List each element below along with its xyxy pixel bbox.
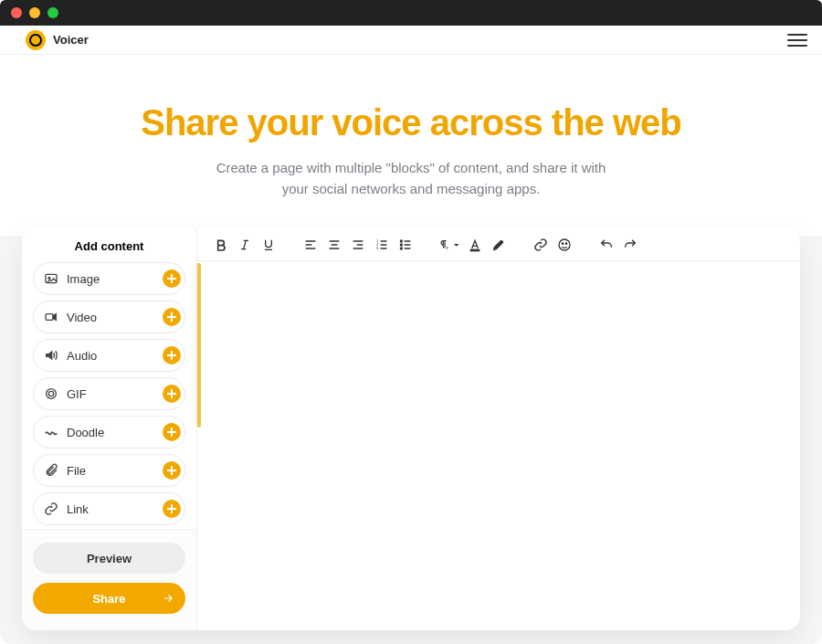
svg-point-9 xyxy=(400,240,402,242)
content-item-image[interactable]: Image xyxy=(33,262,185,295)
align-left-button[interactable] xyxy=(300,234,321,256)
add-icon[interactable] xyxy=(163,385,181,403)
editor-area: 123 xyxy=(197,228,800,630)
editor-card: Add content ImageVideoAudioGIFDoodleFile… xyxy=(22,228,800,630)
paragraph-direction-button[interactable] xyxy=(437,234,462,256)
svg-rect-12 xyxy=(470,249,479,250)
gif-icon xyxy=(43,385,59,402)
content-item-file[interactable]: File xyxy=(33,454,185,487)
content-item-label: Audio xyxy=(67,349,155,363)
content-item-label: GIF xyxy=(67,387,155,401)
window-minimize-button[interactable] xyxy=(29,7,40,18)
app-header: Voicer xyxy=(0,26,822,55)
doodle-icon xyxy=(43,424,59,440)
hero-section: Share your voice across the web Create a… xyxy=(0,55,822,236)
share-button-label: Share xyxy=(92,592,125,606)
video-icon xyxy=(43,309,59,325)
svg-point-15 xyxy=(565,243,566,244)
bold-button[interactable] xyxy=(210,234,232,256)
editor-accent-indicator xyxy=(197,263,201,428)
window-titlebar xyxy=(0,0,822,26)
brand-name: Voicer xyxy=(53,33,89,47)
text-color-button[interactable] xyxy=(464,234,486,256)
emoji-button[interactable] xyxy=(553,234,575,256)
share-button[interactable]: Share xyxy=(33,583,185,614)
highlight-button[interactable] xyxy=(488,234,510,256)
svg-text:3: 3 xyxy=(376,246,379,250)
window-close-button[interactable] xyxy=(11,7,22,18)
add-icon[interactable] xyxy=(163,500,181,518)
content-item-gif[interactable]: GIF xyxy=(33,377,185,410)
italic-button[interactable] xyxy=(234,234,256,256)
underline-button[interactable] xyxy=(258,234,279,256)
content-item-label: Video xyxy=(67,311,155,324)
numbered-list-button[interactable]: 123 xyxy=(371,234,393,256)
svg-rect-2 xyxy=(46,314,53,321)
window-maximize-button[interactable] xyxy=(47,7,58,18)
add-icon[interactable] xyxy=(163,308,181,326)
hero-title: Share your voice across the web xyxy=(0,102,822,143)
image-icon xyxy=(43,270,59,287)
audio-icon xyxy=(43,347,59,364)
content-item-video[interactable]: Video xyxy=(33,301,185,333)
content-item-link[interactable]: Link xyxy=(33,492,185,525)
format-toolbar: 123 xyxy=(197,228,800,261)
preview-button[interactable]: Preview xyxy=(33,543,185,574)
content-item-doodle[interactable]: Doodle xyxy=(33,416,185,449)
svg-point-10 xyxy=(400,244,402,246)
brand-logo[interactable]: Voicer xyxy=(26,30,89,50)
undo-button[interactable] xyxy=(595,234,617,256)
content-item-label: Doodle xyxy=(67,426,155,439)
file-icon xyxy=(43,462,59,479)
svg-point-13 xyxy=(559,239,570,250)
svg-point-1 xyxy=(48,277,50,279)
sidebar-actions: Preview Share xyxy=(22,529,196,630)
sidebar: Add content ImageVideoAudioGIFDoodleFile… xyxy=(22,228,197,630)
align-right-button[interactable] xyxy=(347,234,369,256)
add-icon[interactable] xyxy=(163,346,181,364)
content-item-label: File xyxy=(67,464,155,478)
logo-mark-icon xyxy=(26,30,46,50)
add-icon[interactable] xyxy=(163,461,181,480)
bulleted-list-button[interactable] xyxy=(395,234,416,256)
editor-canvas[interactable] xyxy=(197,261,800,630)
svg-point-3 xyxy=(47,389,57,399)
align-center-button[interactable] xyxy=(323,234,345,256)
content-item-label: Link xyxy=(67,502,155,516)
hero-subtitle: Create a page with multiple "blocks" of … xyxy=(201,158,621,199)
content-item-label: Image xyxy=(67,272,155,286)
content-item-audio[interactable]: Audio xyxy=(33,339,185,372)
sidebar-title: Add content xyxy=(22,228,196,262)
link-icon xyxy=(43,501,59,517)
svg-point-11 xyxy=(400,248,402,249)
redo-button[interactable] xyxy=(619,234,641,256)
arrow-right-icon xyxy=(162,592,174,605)
svg-point-14 xyxy=(562,243,563,244)
content-type-list: ImageVideoAudioGIFDoodleFileLinkMap xyxy=(22,262,196,529)
link-button[interactable] xyxy=(530,234,552,256)
menu-button[interactable] xyxy=(787,34,807,47)
svg-point-4 xyxy=(48,391,53,396)
add-icon[interactable] xyxy=(163,269,181,288)
add-icon[interactable] xyxy=(163,423,181,441)
